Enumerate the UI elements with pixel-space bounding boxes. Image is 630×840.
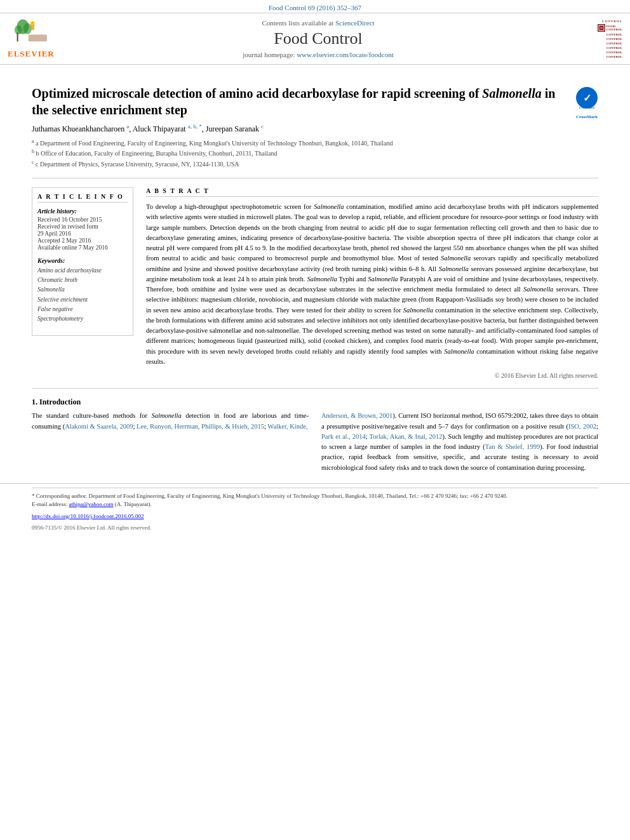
article-info-column: A R T I C L E I N F O Article history: R… [32, 187, 133, 379]
keyword-6: Spectrophotometry [37, 314, 128, 324]
contents-available: Contents lists available at ScienceDirec… [65, 19, 572, 27]
ref-anderson[interactable]: Anderson, & Brown, 2001 [321, 412, 392, 419]
author-2: Aluck Thipayarat a, b, * [133, 124, 202, 133]
crossmark-text: CrossMark [575, 114, 598, 120]
email-address: athipa@yahoo.com [69, 501, 113, 507]
control-pattern: CONTROL FOODCONTROL CONTROL CONTROL CONT… [572, 20, 622, 58]
title-italic: Salmonella [482, 86, 541, 100]
keyword-1: Amino acid decarboxylase [37, 266, 128, 276]
received-revised-date: 29 April 2016 [37, 230, 128, 237]
article-info-box: A R T I C L E I N F O Article history: R… [32, 187, 133, 336]
svg-point-2 [15, 25, 22, 35]
ref-tan[interactable]: Tan & Shelef, 1999 [485, 443, 540, 450]
email-attribution: (A. Thipayarat). [115, 501, 152, 507]
abstract-text: To develop a high-throughput spectrophot… [146, 202, 598, 367]
journal-cover-stripes: CONTROL FOODCONTROL CONTROL CONTROL CONT… [572, 20, 622, 58]
elsevier-text: ELSEVIER [8, 49, 65, 59]
main-content: Optimized microscale detection of amino … [0, 65, 630, 473]
intro-right-text: Anderson, & Brown, 2001). Current ISO ho… [321, 411, 598, 473]
control-icon-1 [598, 24, 605, 32]
svg-rect-6 [32, 22, 34, 23]
keywords-label: Keywords: [37, 257, 128, 264]
ref-park[interactable]: Park et al., 2014 [321, 433, 366, 440]
abstract-column: A B S T R A C T To develop a high-throug… [146, 187, 598, 379]
homepage-link[interactable]: www.elsevier.com/locate/foodcont [297, 51, 394, 58]
author-1: Juthamas Khueankhancharoen a [32, 124, 129, 133]
svg-text:CrossMark: CrossMark [579, 106, 595, 109]
corresponding-author-note: * Corresponding author. Department of Fo… [32, 492, 598, 501]
affiliation-c: c c Department of Physics, Syracuse Univ… [32, 159, 598, 169]
journal-reference: Food Control 69 (2016) 352–367 [0, 0, 630, 13]
homepage-label: journal homepage: [243, 51, 295, 58]
ref-torlak[interactable]: Torlak, Akan, & Inal, 2012 [370, 433, 443, 440]
sciencedirect-link[interactable]: ScienceDirect [335, 19, 375, 27]
ref-lee[interactable]: Lee, Runyon, Herrman, Phillips, & Hsieh,… [137, 423, 264, 430]
history-label: Article history: [37, 208, 128, 215]
corresponding-author-text: * Corresponding author. Department of Fo… [32, 493, 507, 499]
intro-left-col: The standard culture-based methods for S… [32, 411, 309, 473]
received-date: Received 16 October 2015 [37, 217, 128, 223]
elsevier-logo: ELSEVIER [8, 18, 65, 59]
sciencedirect-text: ScienceDirect [335, 19, 375, 27]
keywords-group: Keywords: Amino acid decarboxylase Chrom… [37, 257, 128, 324]
email-note: E-mail address: athipa@yahoo.com (A. Thi… [32, 500, 598, 509]
elsevier-tree-icon [8, 18, 58, 44]
intro-body: The standard culture-based methods for S… [32, 411, 598, 473]
received-revised-label: Received in revised form [37, 223, 128, 230]
keyword-5: False negative [37, 305, 128, 314]
copyright-notice: © 2016 Elsevier Ltd. All rights reserved… [146, 372, 598, 379]
abstract-heading: A B S T R A C T [146, 187, 598, 197]
intro-section-title: 1. Introduction [32, 397, 598, 407]
ref-walker[interactable]: Walker, Kinde, [267, 423, 307, 430]
keyword-2: Chromatic broth [37, 276, 128, 285]
footnotes-section: * Corresponding author. Department of Fo… [0, 483, 630, 509]
svg-rect-7 [29, 34, 47, 41]
doi-section: http://dx.doi.org/10.1016/j.foodcont.201… [0, 509, 630, 523]
crossmark-logo: ✓ CrossMark CrossMark [575, 86, 598, 109]
article-history-group: Article history: Received 16 October 201… [37, 208, 128, 251]
authors-line: Juthamas Khueankhancharoen a, Aluck Thip… [32, 123, 598, 134]
svg-point-3 [23, 23, 32, 34]
doi-link[interactable]: http://dx.doi.org/10.1016/j.foodcont.201… [32, 513, 144, 519]
affiliation-a: a a Department of Food Engineering, Facu… [32, 138, 598, 148]
introduction-section: 1. Introduction The standard culture-bas… [32, 397, 598, 473]
section-title-text: Introduction [39, 397, 81, 406]
keywords-list: Amino acid decarboxylase Chromatic broth… [37, 266, 128, 324]
keyword-3: Salmonella [37, 285, 128, 295]
homepage-url: www.elsevier.com/locate/foodcont [297, 51, 394, 58]
email-link[interactable]: athipa@yahoo.com [69, 501, 113, 507]
article-info-heading: A R T I C L E I N F O [37, 193, 128, 203]
article-title-text: Optimized microscale detection of amino … [32, 85, 569, 118]
svg-text:✓: ✓ [583, 93, 591, 103]
issn-section: 0956-7135/© 2016 Elsevier Ltd. All right… [0, 523, 630, 537]
section-number: 1. [32, 397, 37, 406]
journal-header-center: Contents lists available at ScienceDirec… [65, 19, 572, 58]
article-title-section: Optimized microscale detection of amino … [32, 85, 598, 118]
journal-homepage: journal homepage: www.elsevier.com/locat… [65, 51, 572, 58]
journal-ref-text: Food Control 69 (2016) 352–367 [269, 4, 361, 11]
intro-right-col: Anderson, & Brown, 2001). Current ISO ho… [321, 411, 598, 473]
journal-title: Food Control [65, 29, 572, 48]
accepted-date: Accepted 2 May 2016 [37, 237, 128, 244]
journal-header: ELSEVIER Contents lists available at Sci… [0, 13, 630, 65]
article-title: Optimized microscale detection of amino … [32, 85, 598, 118]
affiliations: a a Department of Food Engineering, Facu… [32, 138, 598, 169]
keyword-4: Selective enrichment [37, 295, 128, 305]
affiliation-b: b b Office of Education, Faculty of Engi… [32, 148, 598, 158]
issn-text: 0956-7135/© 2016 Elsevier Ltd. All right… [32, 524, 151, 531]
email-label: E-mail address: [32, 501, 67, 507]
title-plain-start: Optimized microscale detection of amino … [32, 86, 482, 100]
author-3: Jureepan Saranak c [206, 124, 264, 133]
ref-alakomi[interactable]: Alakomi & Saarela, 2009 [65, 423, 133, 430]
doi-text: http://dx.doi.org/10.1016/j.foodcont.201… [32, 513, 144, 519]
info-abstract-section: A R T I C L E I N F O Article history: R… [32, 187, 598, 379]
intro-left-text: The standard culture-based methods for S… [32, 411, 309, 432]
footnote-divider [32, 488, 598, 488]
available-date: Available online 7 May 2016 [37, 244, 128, 251]
section-divider [32, 178, 598, 178]
body-divider [32, 388, 598, 389]
ref-iso[interactable]: ISO, 2002 [568, 423, 596, 430]
contents-label: Contents lists available at [262, 19, 333, 27]
